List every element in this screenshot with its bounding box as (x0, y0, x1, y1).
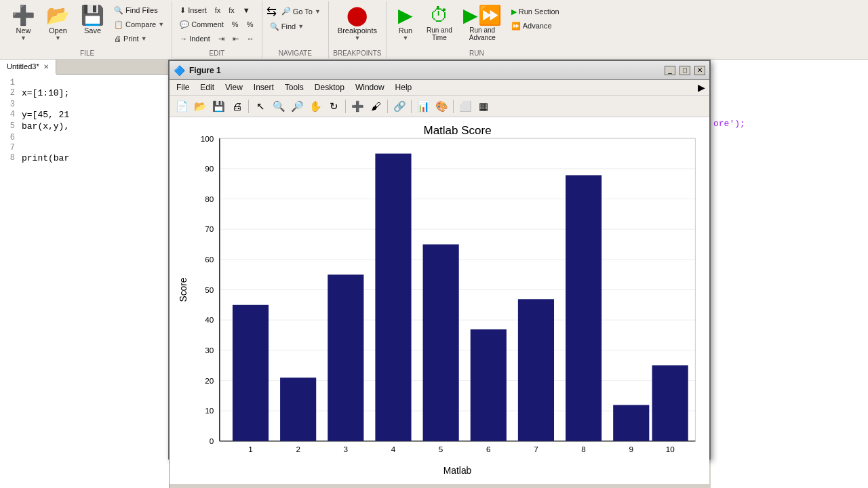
x-tick-3: 3 (344, 445, 349, 453)
fig-subplot1-button[interactable]: ⬜ (457, 98, 473, 115)
fig-link-button[interactable]: 🔗 (391, 98, 408, 115)
x-tick-7: 7 (534, 445, 538, 453)
navigate-group-label: NAVIGATE (267, 49, 324, 57)
open-button[interactable]: 📂 Open ▼ (41, 3, 75, 45)
pct-button[interactable]: % (229, 18, 242, 30)
fig-print-button[interactable]: 🖨 (229, 98, 245, 115)
indent-in-button[interactable]: ⇥ (215, 33, 228, 45)
indent-label: Indent (189, 35, 210, 43)
fig-colorbar-button[interactable]: 🎨 (433, 98, 450, 115)
fig-pan-button[interactable]: ✋ (307, 98, 323, 115)
fig-subplot2-button[interactable]: ▦ (475, 98, 492, 115)
bar-4 (375, 154, 411, 441)
insert-button[interactable]: ⬇ Insert (176, 4, 210, 17)
line-code-2[interactable]: x=[1:10]; (19, 87, 72, 99)
tab-label: Untitled3* (7, 62, 39, 70)
file-group-label: FILE (7, 49, 167, 57)
run-and-advance-button[interactable]: ▶⏩ Run and Advance (458, 3, 507, 45)
fx-button[interactable]: fx (212, 4, 224, 16)
fig-legend-button[interactable]: 📊 (415, 98, 431, 115)
edit-group-label: EDIT (176, 49, 258, 57)
file-group: ➕ New ▼ 📂 Open ▼ 💾 Save 🔍 Find Files 📋 (3, 1, 172, 58)
line-code-6[interactable] (19, 132, 24, 134)
find-files-button[interactable]: 🔍 Find Files (111, 4, 167, 17)
fig-new-button[interactable]: 📄 (174, 98, 190, 115)
run-buttons: ▶ Run ▼ ⏱ Run and Time ▶⏩ Run and Advanc… (391, 3, 563, 45)
line-code-8[interactable]: print(bar (19, 152, 72, 164)
editor-line-1: 1 (0, 77, 169, 87)
menu-file[interactable]: File (174, 81, 192, 94)
maximize-button[interactable]: □ (679, 66, 690, 75)
run-button[interactable]: ▶ Run ▼ (391, 3, 420, 45)
indent-button[interactable]: → Indent (176, 33, 214, 45)
open-dropdown-arrow: ▼ (55, 35, 61, 41)
run-section-button[interactable]: ▶ Run Section (508, 5, 563, 18)
menu-edit[interactable]: Edit (197, 81, 217, 94)
y-tick-30: 30 (205, 346, 214, 354)
goto-icon: 🔎 (281, 7, 291, 16)
line-code-1[interactable] (19, 77, 24, 79)
file-buttons: ➕ New ▼ 📂 Open ▼ 💾 Save 🔍 Find Files 📋 (7, 3, 167, 45)
run-group: ▶ Run ▼ ⏱ Run and Time ▶⏩ Run and Advanc… (387, 1, 567, 58)
tab-close-button[interactable]: ✕ (43, 63, 49, 70)
fig-cursor-button[interactable]: ↖ (252, 98, 269, 115)
close-button[interactable]: ✕ (694, 66, 705, 75)
line-code-3[interactable] (19, 99, 24, 100)
fig-zoom-in-button[interactable]: 🔍 (271, 98, 287, 115)
menu-insert[interactable]: Insert (251, 81, 277, 94)
fig-open-button[interactable]: 📂 (192, 98, 208, 115)
new-button[interactable]: ➕ New ▼ (7, 3, 40, 45)
bar-7 (518, 299, 554, 441)
comment-button[interactable]: 💬 Comment (176, 18, 227, 31)
compare-icon: 📋 (114, 20, 123, 29)
menu-tools[interactable]: Tools (282, 81, 307, 94)
menu-help[interactable]: Help (393, 81, 415, 94)
breakpoints-button[interactable]: ⬤ Breakpoints ▼ (333, 3, 382, 45)
advance-button[interactable]: ⏩ Advance (508, 20, 563, 33)
editor-content[interactable]: 1 2 x=[1:10]; 3 4 y=[45, 21 5 bar(x,y), … (0, 75, 169, 488)
save-button[interactable]: 💾 Save (76, 3, 109, 38)
y-tick-40: 40 (205, 315, 214, 324)
uncomment-button[interactable]: % (243, 18, 257, 30)
find-button[interactable]: 🔍 Find ▼ (267, 20, 307, 33)
line-code-4[interactable]: y=[45, 21 (19, 109, 72, 121)
goto-button[interactable]: 🔎 Go To ▼ (278, 5, 324, 18)
save-label: Save (84, 26, 101, 35)
line-number-4: 4 (0, 109, 19, 119)
right-code-line5-str: ore'); (713, 119, 745, 129)
fig-sep-1 (248, 100, 249, 113)
menu-view[interactable]: View (222, 81, 245, 94)
y-tick-20: 20 (205, 376, 214, 385)
indent-out-button[interactable]: ⇤ (229, 33, 242, 45)
editor-tab-untitled3[interactable]: Untitled3* ✕ (0, 60, 56, 75)
line-code-7[interactable] (19, 142, 24, 144)
fig-brush-button[interactable]: 🖌 (368, 98, 384, 115)
fig-rotate-button[interactable]: ↻ (326, 98, 342, 115)
compare-button[interactable]: 📋 Compare ▼ (111, 18, 167, 31)
fig-sep-4 (411, 100, 412, 113)
run-and-time-button[interactable]: ⏱ Run and Time (422, 3, 457, 45)
menu-window[interactable]: Window (353, 81, 387, 94)
print-button[interactable]: 🖨 Print ▼ (111, 33, 167, 45)
expand-arrow-icon[interactable]: ▶ (698, 82, 705, 93)
fig-datacursor-button[interactable]: ➕ (349, 98, 366, 115)
right-code: ore'); (711, 60, 868, 133)
x-tick-1: 1 (248, 445, 253, 453)
line-code-5[interactable]: bar(x,y), (19, 121, 72, 132)
menu-desktop[interactable]: Desktop (312, 81, 347, 94)
x-tick-5: 5 (439, 445, 443, 453)
fx2-button[interactable]: fx (225, 4, 238, 16)
bar-2 (280, 378, 316, 441)
x-tick-6: 6 (486, 445, 491, 453)
print-dropdown: ▼ (141, 35, 147, 42)
open-label: Open (49, 26, 67, 35)
comment-label: Comment (191, 20, 224, 28)
fig-zoom-out-button[interactable]: 🔎 (289, 98, 305, 115)
expand-button[interactable]: ▼ (239, 4, 254, 16)
right-line-2 (711, 76, 868, 89)
indent-smart-button[interactable]: ↔ (243, 33, 258, 45)
minimize-button[interactable]: _ (665, 66, 675, 75)
new-label: New (16, 26, 31, 35)
line-number-3: 3 (0, 99, 19, 109)
fig-save-button[interactable]: 💾 (210, 98, 226, 115)
